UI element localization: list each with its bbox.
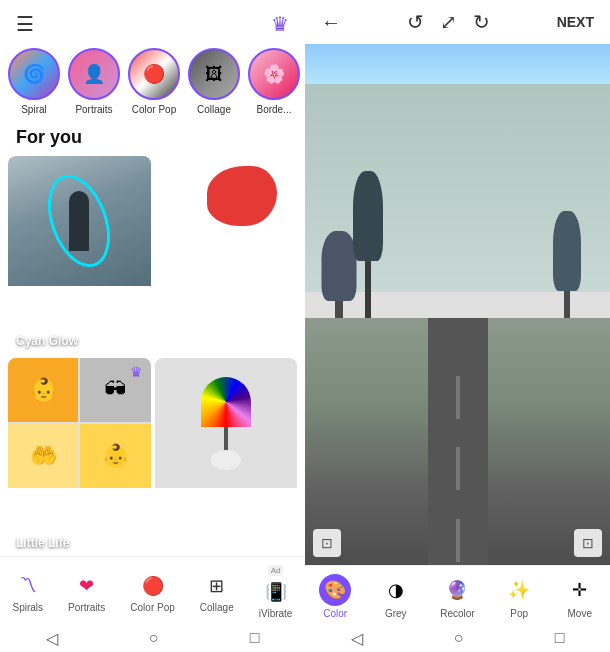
nav-ivibrate[interactable]: Ad 📳 iVibrate bbox=[259, 565, 293, 619]
collage-icon: ⊞ bbox=[203, 572, 231, 600]
tool-color[interactable]: 🎨 Color bbox=[319, 574, 351, 619]
color-icon: 🎨 bbox=[319, 574, 351, 606]
right-back-btn[interactable]: ◁ bbox=[351, 629, 363, 648]
tool-recolor[interactable]: 🔮 Recolor bbox=[440, 574, 474, 619]
tool-grey[interactable]: ◑ Grey bbox=[380, 574, 412, 619]
portraits-icon: ❤ bbox=[73, 572, 101, 600]
nav-colorpop[interactable]: 🔴 Color Pop bbox=[130, 572, 174, 613]
grid-item-cyan-glow[interactable]: Cyan Glow bbox=[8, 156, 151, 354]
expand-button[interactable]: ⤢ bbox=[440, 10, 457, 34]
nav-spirals[interactable]: 〽 Spirals bbox=[13, 572, 44, 613]
content-grid: Cyan Glow Yes... 👶 🕶 🤲 👶 Little Life ♛ bbox=[0, 156, 305, 556]
categories-row: 🌀 Spiral 👤 Portraits 🔴 Color Pop 🖼 Colla… bbox=[0, 44, 305, 123]
pop-label: Pop bbox=[510, 608, 528, 619]
sky-strip bbox=[305, 44, 610, 84]
right-system-nav: ◁ ○ □ bbox=[305, 623, 610, 652]
move-icon: ✛ bbox=[564, 574, 596, 606]
recolor-label: Recolor bbox=[440, 608, 474, 619]
grid-item-rainbow[interactable] bbox=[155, 358, 298, 556]
road-scene bbox=[305, 84, 610, 565]
tool-move[interactable]: ✛ Move bbox=[564, 574, 596, 619]
nav-colorpop-label: Color Pop bbox=[130, 602, 174, 613]
colorpop-icon: 🔴 bbox=[139, 572, 167, 600]
tool-pop[interactable]: ✨ Pop bbox=[503, 574, 535, 619]
corner-handle-left[interactable]: ⊡ bbox=[313, 529, 341, 557]
category-border-label: Borde... bbox=[256, 104, 291, 115]
move-label: Move bbox=[567, 608, 591, 619]
recolor-icon: 🔮 bbox=[441, 574, 473, 606]
grid-item-little-life[interactable]: 👶 🕶 🤲 👶 Little Life ♛ bbox=[8, 358, 151, 556]
ad-badge: Ad bbox=[268, 565, 284, 576]
cyan-glow-label: Cyan Glow bbox=[16, 334, 78, 348]
back-button[interactable]: ← bbox=[321, 11, 341, 34]
yes-label: Yes... bbox=[163, 268, 191, 280]
nav-spirals-label: Spirals bbox=[13, 602, 44, 613]
for-you-title: For you bbox=[0, 123, 305, 156]
menu-icon[interactable]: ☰ bbox=[16, 12, 34, 36]
grey-icon: ◑ bbox=[380, 574, 412, 606]
redo-button[interactable]: ↻ bbox=[473, 10, 490, 34]
color-label: Color bbox=[323, 608, 347, 619]
editor-toolbar: 🎨 Color ◑ Grey 🔮 Recolor ✨ Pop ✛ Move bbox=[305, 565, 610, 623]
category-spiral-label: Spiral bbox=[21, 104, 47, 115]
ivibrate-icon: 📳 bbox=[262, 578, 290, 606]
editor-canvas[interactable]: ⊡ ⊡ bbox=[305, 44, 610, 565]
corner-handle-right[interactable]: ⊡ bbox=[574, 529, 602, 557]
left-header: ☰ ♛ bbox=[0, 0, 305, 44]
bottom-nav: 〽 Spirals ❤ Portraits 🔴 Color Pop ⊞ Coll… bbox=[0, 556, 305, 623]
spirals-icon: 〽 bbox=[14, 572, 42, 600]
next-button[interactable]: NEXT bbox=[557, 14, 594, 30]
left-system-nav: ◁ ○ □ bbox=[0, 623, 305, 652]
pop-icon: ✨ bbox=[503, 574, 535, 606]
grey-label: Grey bbox=[385, 608, 407, 619]
category-spiral[interactable]: 🌀 Spiral bbox=[8, 48, 60, 115]
undo-button[interactable]: ↺ bbox=[407, 10, 424, 34]
category-collage[interactable]: 🖼 Collage bbox=[188, 48, 240, 115]
category-colorpop-label: Color Pop bbox=[132, 104, 176, 115]
recent-system-btn[interactable]: □ bbox=[250, 629, 260, 648]
category-portraits[interactable]: 👤 Portraits bbox=[68, 48, 120, 115]
back-system-btn[interactable]: ◁ bbox=[46, 629, 58, 648]
category-colorpop[interactable]: 🔴 Color Pop bbox=[128, 48, 180, 115]
nav-portraits-label: Portraits bbox=[68, 602, 105, 613]
category-collage-label: Collage bbox=[197, 104, 231, 115]
nav-collage-label: Collage bbox=[200, 602, 234, 613]
category-border[interactable]: 🌸 Borde... bbox=[248, 48, 300, 115]
category-portraits-label: Portraits bbox=[75, 104, 112, 115]
nav-collage[interactable]: ⊞ Collage bbox=[200, 572, 234, 613]
left-panel: ☰ ♛ 🌀 Spiral 👤 Portraits 🔴 Color Pop 🖼 bbox=[0, 0, 305, 652]
nav-portraits[interactable]: ❤ Portraits bbox=[68, 572, 105, 613]
right-panel: ← ↺ ⤢ ↻ NEXT bbox=[305, 0, 610, 652]
right-recent-btn[interactable]: □ bbox=[555, 629, 565, 648]
little-life-label: Little Life bbox=[16, 536, 69, 550]
right-home-btn[interactable]: ○ bbox=[454, 629, 464, 648]
home-system-btn[interactable]: ○ bbox=[149, 629, 159, 648]
right-header: ← ↺ ⤢ ↻ NEXT bbox=[305, 0, 610, 44]
crown-icon[interactable]: ♛ bbox=[271, 12, 289, 36]
grid-item-yes[interactable]: Yes... bbox=[155, 156, 298, 354]
nav-ivibrate-label: iVibrate bbox=[259, 608, 293, 619]
